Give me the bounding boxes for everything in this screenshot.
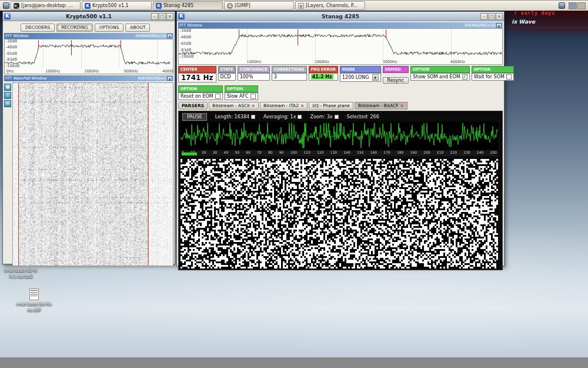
parsers-button[interactable]: PARSERS [178,102,208,110]
waterfall-marker-tool-icon[interactable]: m [4,100,11,107]
acf-tick-label: 80 [268,150,273,156]
acf-tick-label: 160 [370,150,377,156]
tab-recording[interactable]: RECORDING [56,24,93,32]
tab-bitstream-ascii[interactable]: Bitstream - ASCII × [209,102,259,110]
maximize-button[interactable]: □ [488,13,495,20]
taskbar-item-layers[interactable]: ≡ [Layers, Channels, P... [295,1,365,10]
acf-tick-label: 100 [290,150,297,156]
slow-afc-checkbox[interactable] [250,94,256,99]
close-tab-icon[interactable]: × [400,102,404,109]
maximize-button[interactable]: □ [159,13,166,20]
waterfall-zoom-tool-icon[interactable]: ▦ [4,84,11,91]
acf-tick-label: 30 [213,150,218,156]
workspace-2[interactable] [577,2,586,9]
y-tick-label: -100dB [6,64,19,68]
krypto-fft-plot[interactable]: -30dB-48dB-65dB-83dB-100dB 0Hz1000Hz2000… [4,39,173,74]
averaging-label: Averaging: 1x [263,114,296,120]
acf-x-axis: 0102030405060708090100110120130140150160… [181,150,498,156]
field-frq-error: FRQ ERROR 41.2 Hz [309,66,338,81]
krypto500-title: Krypto500 v1.1 [3,14,175,19]
desktop-icon-diff[interactable]: cnxt-boot-ldr-fixes.diff [15,289,53,313]
acf-tick-label: 230 [463,150,470,156]
acf-tick-label: 150 [357,150,363,156]
mode-dropdown[interactable]: 1200 LONG ▼ [340,73,381,82]
minimize-button[interactable]: – [480,13,487,20]
tab-bitstream-ita2[interactable]: Bitstream - ITA2 × [260,102,308,110]
taskbar-item-stanag4285[interactable]: K Stanag 4285 [153,1,223,10]
chevron-down-icon[interactable]: ▼ [372,74,379,81]
close-tab-icon[interactable]: × [300,102,304,109]
waterfall-display[interactable] [12,82,173,266]
tab-options[interactable]: OPTIONS [95,24,124,32]
field-center: CENTER 1741 Hz [178,66,216,82]
acf-tick-label: 140 [343,150,350,156]
field-state: STATE DCD [218,66,236,81]
averaging-label: AVERAGING=10 [465,23,495,28]
wallpaper-red-line [505,27,588,28]
tab-about[interactable]: ABOUT [125,24,150,32]
waterfall-info-tool-icon[interactable]: i [4,92,11,99]
taskbar: >_ [jars@jars-desktop: ... K Krypto500 v… [0,0,588,11]
show-som-checkbox[interactable]: ✓ [462,74,467,79]
wait-som-checkbox[interactable] [506,74,512,79]
terminal-icon: >_ [14,3,19,9]
wallpaper-text-1: r early days [514,11,555,16]
tab-iq-phase-plane[interactable]: I/Q - Phase plane [309,102,353,110]
fft-y-axis: -30dB-48dB-65dB-83dB-100dB [180,29,193,58]
stanag-fft-plot[interactable]: -30dB-48dB-65dB-83dB-100dB 1000Hz2000Hz3… [178,28,503,65]
bitstream-raster[interactable] [181,159,498,268]
close-button[interactable]: × [496,13,503,20]
stanag-field-row: CENTER 1741 Hz STATE DCD CONFIDENCE 100%… [178,66,503,84]
acf-tick-label: 200 [423,150,430,156]
krypto-fft-header: FFT Window AVERAGING=10 ▲ [4,33,173,39]
taskbar-item-terminal[interactable]: >_ [jars@jars-desktop: ... [11,1,81,10]
field-confidence: CONFIDENCE 100% [238,66,270,81]
field-option-slow-afc: OPTION Slow AFC [225,85,258,100]
x-tick-label: 1000Hz [45,69,60,74]
bitacf-pane: PAUSE Length: 16384 Averaging: 1x Zoom: … [178,111,503,270]
taskbar-item-gimp[interactable]: G [GIMP] [224,1,294,10]
reset-eom-checkbox[interactable] [215,94,220,99]
stanag-fft-header: FFT Window AVERAGING=10 ▲ [178,22,503,28]
resync-button[interactable]: Resync [383,77,409,84]
close-tab-icon[interactable]: × [252,102,255,109]
x-tick-label: 2000Hz [315,59,329,64]
scroll-up-icon[interactable]: ▲ [167,76,172,81]
length-checkbox[interactable] [251,115,255,119]
workspace-1[interactable] [569,2,577,9]
stanag-app-icon: K [156,3,162,9]
mode-value: 1200 LONG [342,75,369,80]
scroll-up-icon[interactable]: ▲ [496,23,502,28]
averaging-label: AVERAGING=10 [135,34,166,38]
state-value: DCD [218,73,236,81]
zoom-checkbox[interactable] [335,115,339,119]
bitacf-statusbar: PAUSE Length: 16384 Averaging: 1x Zoom: … [181,113,500,121]
averaging-checkbox[interactable] [298,115,302,119]
display-settings-icon[interactable] [559,2,565,9]
krypto500-titlebar[interactable]: K Krypto500 v1.1 – □ × [3,12,175,21]
x-tick-label: 4000Hz [162,69,173,74]
tab-bitstream-bitacf[interactable]: Bitstream - BitACF × [355,102,407,110]
show-desktop-icon[interactable] [3,2,9,9]
x-tick-label: 0Hz [6,69,14,74]
field-option-reset-eom: OPTION Reset on EOM [178,85,223,100]
minimize-button[interactable]: – [151,13,158,20]
desktop-icon-tarball[interactable]: cnxt-boot-ldr-9.9.1.tar.bz2 [2,268,40,280]
acf-tick-label: 20 [202,150,206,156]
zoom-label: Zoom: 3x [310,114,332,120]
stanag4285-titlebar[interactable]: K Stanag 4285 – □ × [177,12,504,21]
x-tick-label: 3000Hz [383,59,397,64]
acf-tick-label: 70 [257,150,262,156]
corrections-value: 3 [272,73,307,81]
y-tick-label: -65dB [180,42,193,46]
acf-plot[interactable] [181,122,498,150]
y-tick-label: -30dB [6,39,19,44]
pause-button[interactable]: PAUSE [182,113,207,121]
taskbar-item-krypto500[interactable]: K Krypto500 v1.1 [82,1,152,10]
parser-tab-bar: PARSERS Bitstream - ASCII × Bitstream - … [178,102,503,110]
frq-error-value: 41.2 Hz [311,74,333,79]
acf-tick-label: 220 [450,150,457,156]
scroll-up-icon[interactable]: ▲ [167,34,172,38]
close-button[interactable]: × [166,13,173,20]
tab-decoders[interactable]: DECODERS [21,24,55,32]
